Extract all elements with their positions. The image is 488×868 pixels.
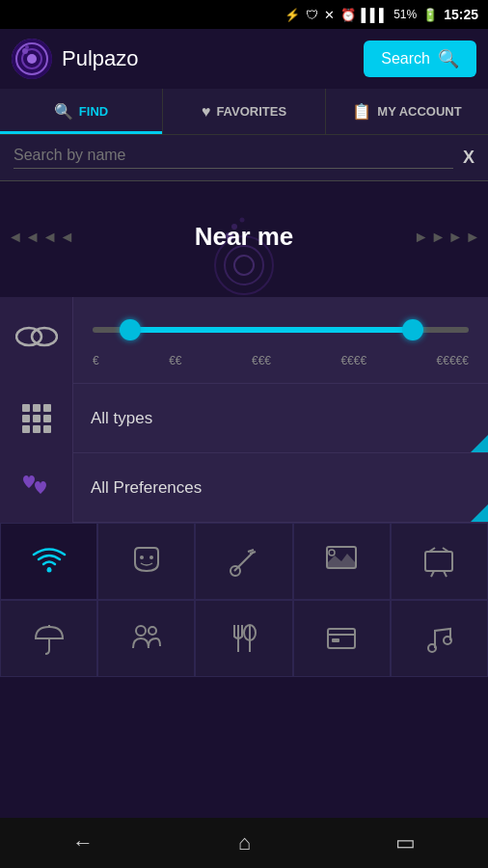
back-button[interactable]: ← [72, 830, 94, 855]
alarm-icon: ⏰ [340, 8, 356, 22]
price-slider-fill [130, 327, 413, 333]
arrow-left-3[interactable]: ◄ [42, 229, 58, 246]
header-left: Pulpazo [12, 39, 139, 79]
all-types-arrow [471, 435, 488, 452]
svg-point-7 [225, 246, 263, 285]
svg-line-29 [250, 552, 256, 554]
category-music[interactable] [195, 523, 292, 600]
price-label-5: €€€€€ [437, 354, 469, 367]
all-types-label: All types [73, 409, 152, 428]
svg-rect-46 [332, 638, 339, 642]
all-preferences-filter[interactable]: All Preferences [0, 453, 488, 523]
search-button[interactable]: Search 🔍 [364, 41, 476, 77]
tab-favorites[interactable]: ♥ FAVORITES [163, 89, 326, 134]
svg-point-13 [32, 328, 57, 345]
price-slider-track [93, 327, 469, 333]
arrow-right-3[interactable]: ► [447, 229, 463, 246]
signal-icon: ▌▌▌ [362, 8, 389, 22]
svg-rect-20 [22, 425, 30, 433]
svg-point-23 [46, 568, 51, 573]
svg-point-25 [149, 556, 153, 559]
search-button-label: Search [381, 50, 430, 68]
svg-point-5 [25, 45, 29, 49]
category-music2[interactable] [391, 600, 488, 677]
price-slider-thumb-right[interactable] [402, 319, 423, 340]
svg-rect-44 [328, 629, 355, 648]
svg-rect-21 [33, 425, 41, 433]
clear-search-button[interactable]: X [463, 148, 474, 168]
battery-text: 51% [393, 8, 417, 21]
home-button[interactable]: ⌂ [238, 830, 251, 855]
search-bar: X [0, 135, 488, 181]
app-logo [12, 39, 52, 79]
find-tab-label: FIND [79, 104, 108, 119]
price-label-2: €€ [169, 354, 181, 367]
arrow-right-2[interactable]: ► [430, 229, 446, 246]
wifi-icon [32, 548, 67, 575]
svg-line-26 [234, 552, 254, 571]
bottom-nav: ← ⌂ ▭ [0, 818, 488, 868]
category-tv[interactable] [391, 523, 488, 600]
category-dining[interactable] [195, 600, 292, 677]
near-me-arrows-left: ◄ ◄ ◄ ◄ [0, 229, 74, 246]
arrow-right-4[interactable]: ► [465, 229, 480, 246]
price-label-4: €€€€ [340, 354, 366, 367]
arrow-left-2[interactable]: ◄ [25, 229, 41, 246]
search-button-icon: 🔍 [438, 48, 459, 69]
category-wifi[interactable] [0, 523, 97, 600]
dining-icon [227, 621, 261, 656]
price-labels: € €€ €€€ €€€€ €€€€€ [93, 354, 469, 367]
tab-find[interactable]: 🔍 FIND [0, 89, 163, 134]
near-me-section: ◄ ◄ ◄ ◄ Near me ► ► ► ► [0, 181, 488, 297]
arrow-left-1[interactable]: ◄ [8, 229, 23, 246]
svg-point-3 [27, 54, 37, 64]
svg-rect-18 [33, 415, 41, 422]
svg-point-24 [140, 556, 144, 559]
near-me-title: Near me [195, 222, 294, 252]
svg-rect-32 [425, 552, 452, 571]
near-me-arrows-right: ► ► ► ► [414, 229, 488, 246]
landscape-icon [324, 544, 359, 579]
arrow-left-4[interactable]: ◄ [60, 229, 75, 246]
recent-button[interactable]: ▭ [395, 830, 416, 855]
shield-icon: 🛡 [306, 8, 318, 22]
status-bar: ⚡ 🛡 ✕ ⏰ ▌▌▌ 51% 🔋 15:25 [0, 0, 488, 29]
all-preferences-icon-area [0, 453, 73, 523]
battery-icon: 🔋 [422, 8, 438, 22]
category-card[interactable] [293, 600, 391, 677]
category-theater[interactable] [97, 523, 195, 600]
category-landscape[interactable] [293, 523, 391, 600]
arrow-right-1[interactable]: ► [414, 229, 429, 246]
favorites-tab-icon: ♥ [202, 103, 211, 121]
svg-rect-17 [22, 415, 30, 422]
tab-myaccount[interactable]: 📋 MY ACCOUNT [326, 89, 488, 134]
app-title: Pulpazo [62, 46, 139, 71]
svg-point-39 [136, 626, 146, 636]
svg-point-40 [149, 627, 156, 635]
price-slider-thumb-left[interactable] [120, 319, 141, 340]
bluetooth-icon: ⚡ [285, 8, 300, 22]
guitar-icon [227, 544, 261, 579]
music-note-icon [421, 621, 456, 656]
svg-rect-14 [22, 404, 30, 412]
price-filter: € €€ €€€ €€€€ €€€€€ [0, 297, 488, 384]
theater-mask-icon [129, 544, 164, 579]
tabs: 🔍 FIND ♥ FAVORITES 📋 MY ACCOUNT [0, 89, 488, 135]
category-people[interactable] [97, 600, 195, 677]
svg-rect-19 [43, 415, 51, 422]
category-umbrella[interactable] [0, 600, 97, 677]
all-preferences-label: All Preferences [73, 478, 202, 498]
price-label-1: € [93, 354, 99, 367]
all-types-filter[interactable]: All types [0, 384, 488, 453]
header: Pulpazo Search 🔍 [0, 29, 488, 89]
favorites-tab-label: FAVORITES [216, 104, 286, 119]
price-slider-area[interactable]: € €€ €€€ €€€€ €€€€€ [73, 304, 488, 377]
find-tab-icon: 🔍 [54, 102, 73, 121]
tv-icon [421, 544, 456, 579]
grid-icon [19, 401, 54, 436]
search-input[interactable] [14, 147, 453, 169]
price-label-3: €€€ [252, 354, 271, 367]
price-rings-icon [15, 323, 58, 357]
myaccount-tab-icon: 📋 [352, 102, 371, 121]
myaccount-tab-label: MY ACCOUNT [377, 104, 461, 119]
